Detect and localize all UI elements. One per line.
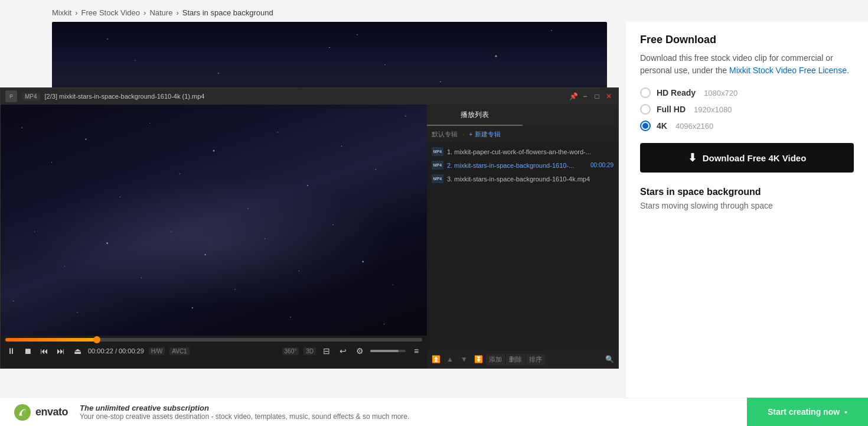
radio-option-4k[interactable]: 4K 4096x2160 [640, 121, 854, 131]
subbar-sep: · [462, 131, 464, 138]
playlist-item-3[interactable]: MP4 3. mixkit-stars-in-space-background-… [427, 172, 618, 186]
progress-handle[interactable] [93, 336, 100, 343]
playlist-tab[interactable]: 播放列表 [427, 105, 523, 126]
playlist-subbar: 默认专辑 · + 新建专辑 [427, 126, 618, 142]
playlist-nav-up-first[interactable]: ⏫ [429, 353, 442, 366]
next-button[interactable]: ⏭ [55, 345, 67, 357]
radio-option-fullhd[interactable]: Full HD 1920x1080 [640, 104, 854, 115]
playlist-tab-2[interactable] [523, 105, 618, 126]
right-panel: Free Download Download this free stock v… [626, 22, 868, 400]
breadcrumb-stock-video[interactable]: Free Stock Video [81, 8, 140, 17]
controls-row: ⏸ ⏹ ⏮ ⏭ ⏏ 00:00:22 / 00:00:29 H/W AVC1 3… [5, 345, 422, 357]
breadcrumb: Mixkit › Free Stock Video › Nature › Sta… [52, 8, 273, 17]
radio-hd-label: HD Ready [657, 88, 696, 97]
playlist-item-2-duration: 00:00:29 [590, 162, 614, 168]
radio-4k-circle [640, 121, 651, 131]
time-display: 00:00:22 / 00:00:29 [88, 347, 144, 355]
envato-name: envato [35, 406, 68, 418]
volume-filled [370, 350, 399, 352]
potplayer-body: ⏸ ⏹ ⏮ ⏭ ⏏ 00:00:22 / 00:00:29 H/W AVC1 3… [1, 105, 618, 368]
subtitle-button[interactable]: ⊟ [321, 345, 332, 357]
potplayer-title: [2/3] mixkit-stars-in-space-background-1… [45, 93, 564, 100]
sort-button[interactable]: 排序 [526, 354, 545, 365]
stop-button[interactable]: ⏹ [22, 345, 34, 357]
video-area[interactable]: ⏸ ⏹ ⏮ ⏭ ⏏ 00:00:22 / 00:00:29 H/W AVC1 3… [1, 105, 427, 368]
playlist-tabs: 播放列表 [427, 105, 618, 126]
download-button[interactable]: ⬇ Download Free 4K Video [640, 143, 854, 173]
download-button-label: Download Free 4K Video [703, 153, 807, 163]
new-album-button[interactable]: + 新建专辑 [469, 130, 500, 139]
license-link[interactable]: Mixkit Stock Video Free License [729, 66, 847, 75]
radio-4k-label: 4K [657, 121, 667, 131]
playlist-item-1-text: 1. mixkit-paper-cut-work-of-flowers-an-t… [447, 148, 614, 155]
radio-option-hd[interactable]: HD Ready 1080x720 [640, 87, 854, 98]
free-download-title: Free Download [640, 34, 854, 46]
potplayer-minimize-button[interactable]: − [580, 92, 590, 101]
playlist-item-1-thumb: MP4 [432, 147, 443, 156]
playlist-item-2-thumb: MP4 [432, 161, 443, 170]
radio-hd-dims: 1080x720 [704, 89, 738, 97]
ab-button[interactable]: ↩ [337, 345, 349, 357]
breadcrumb-sep-2: › [143, 8, 146, 17]
free-download-desc: Download this free stock video clip for … [640, 52, 854, 77]
progress-played [5, 338, 97, 342]
player-controls: ⏸ ⏹ ⏮ ⏭ ⏏ 00:00:22 / 00:00:29 H/W AVC1 3… [1, 336, 427, 368]
breadcrumb-sep-1: › [75, 8, 77, 17]
envato-tagline: The unlimited creative subscription Your… [80, 404, 409, 421]
potplayer-logo-icon: P [5, 90, 17, 102]
video-subtitle: Stars moving slowing through space [640, 201, 854, 210]
start-creating-label: Start creating now [768, 407, 840, 417]
potplayer-titlebar: P MP4 [2/3] mixkit-stars-in-space-backgr… [1, 88, 618, 105]
video-content [1, 105, 427, 336]
hw-badge: H/W [149, 347, 165, 355]
radio-4k-dims: 4096x2160 [676, 122, 713, 131]
potplayer-pin-button[interactable]: 📌 [569, 92, 578, 101]
potplayer-window-controls: 📌 − □ ✕ [569, 92, 614, 101]
add-button[interactable]: 添加 [486, 354, 505, 365]
default-album[interactable]: 默认专辑 [432, 130, 458, 139]
playlist-sidebar: 播放列表 默认专辑 · + 新建专辑 MP4 1. mixkit-paper-c… [427, 105, 618, 368]
radio-fullhd-label: Full HD [657, 105, 686, 114]
codec-badge: AVC1 [169, 347, 189, 355]
radio-hd-circle [640, 87, 651, 98]
playlist-search-button[interactable]: 🔍 [603, 353, 616, 366]
playlist-item-2-text: 2. mixkit-stars-in-space-background-1610… [447, 162, 587, 169]
volume-bar[interactable] [370, 350, 406, 352]
playlist-items: MP4 1. mixkit-paper-cut-work-of-flowers-… [427, 142, 618, 350]
delete-button[interactable]: 删除 [506, 354, 525, 365]
start-creating-button[interactable]: Start creating now ▪ [747, 398, 868, 426]
settings-button[interactable]: ⚙ [354, 345, 366, 357]
envato-logo[interactable]: envato [14, 404, 68, 421]
playlist-nav-up[interactable]: ▲ [443, 353, 456, 366]
prev-button[interactable]: ⏮ [38, 345, 50, 357]
download-icon: ⬇ [688, 151, 697, 164]
potplayer-close-button[interactable]: ✕ [604, 92, 614, 101]
breadcrumb-nature[interactable]: Nature [149, 8, 172, 17]
threed-badge: 3D [304, 347, 316, 355]
radio-options: HD Ready 1080x720 Full HD 1920x1080 4K 4… [640, 87, 854, 131]
breadcrumb-mixkit[interactable]: Mixkit [52, 8, 71, 17]
playlist-item-1[interactable]: MP4 1. mixkit-paper-cut-work-of-flowers-… [427, 145, 618, 158]
video-title: Stars in space background [640, 187, 854, 197]
svg-point-0 [14, 404, 31, 421]
playlist-item-3-thumb: MP4 [432, 174, 443, 183]
playlist-actions: ⏫ ▲ ▼ ⏬ 添加 删除 排序 🔍 [427, 350, 618, 368]
envato-leaf-icon [14, 404, 31, 421]
progress-bar[interactable] [5, 338, 422, 342]
potplayer-restore-button[interactable]: □ [592, 92, 602, 101]
play-pause-button[interactable]: ⏸ [5, 345, 17, 357]
potplayer-window: P MP4 [2/3] mixkit-stars-in-space-backgr… [0, 87, 619, 369]
breadcrumb-current: Stars in space background [182, 8, 273, 17]
menu-button[interactable]: ≡ [410, 345, 422, 357]
playlist-nav-down[interactable]: ▼ [458, 353, 471, 366]
start-creating-icon: ▪ [844, 407, 847, 417]
playlist-nav-down-last[interactable]: ⏬ [472, 353, 485, 366]
eject-button[interactable]: ⏏ [71, 345, 83, 357]
playlist-item-3-text: 3. mixkit-stars-in-space-background-1610… [447, 175, 614, 183]
envato-bar: envato The unlimited creative subscripti… [0, 398, 747, 426]
radio-fullhd-dims: 1920x1080 [694, 105, 732, 114]
potplayer-format-badge: MP4 [22, 93, 40, 100]
playlist-item-2[interactable]: MP4 2. mixkit-stars-in-space-background-… [427, 158, 618, 172]
degree-badge: 360° [282, 347, 299, 355]
breadcrumb-sep-3: › [176, 8, 178, 17]
